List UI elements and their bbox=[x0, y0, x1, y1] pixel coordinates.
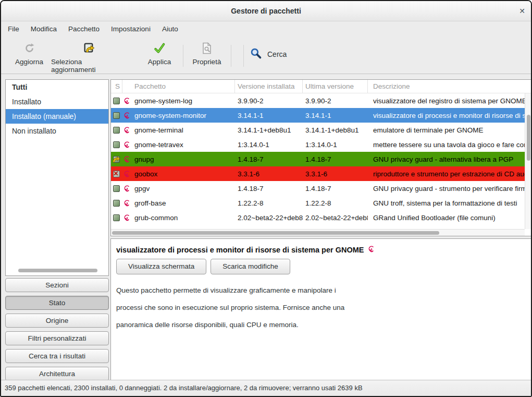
column-header-pacchetto[interactable]: Pacchetto bbox=[131, 80, 235, 93]
menu-item-file[interactable]: File bbox=[8, 25, 19, 33]
supported-cell bbox=[122, 214, 131, 221]
supported-cell bbox=[122, 126, 131, 134]
package-description: Questo pacchetto permette di visualizzar… bbox=[116, 282, 526, 333]
column-header-ultima-versione[interactable]: Ultima versione bbox=[303, 80, 368, 93]
column-header-descrizione[interactable]: Descrizione bbox=[368, 80, 531, 93]
latest-version-cell: 3.14.1-1+deb8u1 bbox=[303, 126, 368, 134]
debian-swirl-icon bbox=[123, 141, 130, 148]
description-cell: GNU privacy guard - alternativa libera a… bbox=[368, 155, 525, 163]
properties-button[interactable]: Proprietà bbox=[187, 41, 227, 66]
vertical-scrollbar[interactable] bbox=[525, 93, 531, 229]
status-cell bbox=[111, 112, 122, 119]
installed-version-cell: 3.9.90-2 bbox=[235, 97, 303, 105]
installed-status-icon bbox=[113, 127, 120, 134]
table-row-gnupg[interactable]: gnupg 1.4.18-7 1.4.18-7 GNU privacy guar… bbox=[111, 152, 525, 166]
detail-buttons: Visualizza schermata Scarica modifiche bbox=[116, 259, 526, 274]
menu-item-impostazioni[interactable]: Impostazioni bbox=[111, 25, 151, 33]
horizontal-scrollbar-thumb[interactable] bbox=[112, 231, 439, 235]
description-cell: visualizzatore di processi e monitor di … bbox=[368, 112, 525, 119]
table-row-gpgv[interactable]: gpgv 1.4.18-7 1.4.18-7 GNU privacy guard… bbox=[111, 181, 525, 196]
search-icon bbox=[250, 47, 263, 62]
menu-item-modifica[interactable]: Modifica bbox=[31, 25, 57, 33]
installed-version-cell: 3.14.1-1+deb8u1 bbox=[235, 126, 303, 134]
filter-button-filtri-personalizzati[interactable]: Filtri personalizzati bbox=[5, 331, 109, 345]
debian-swirl-icon bbox=[367, 245, 375, 252]
refresh-button[interactable]: Aggiorna bbox=[9, 41, 49, 66]
filter-button-architettura[interactable]: Architettura bbox=[5, 367, 109, 381]
column-header-s[interactable]: S bbox=[111, 80, 122, 93]
installed-version-cell: 1.4.18-7 bbox=[235, 185, 303, 193]
search-label: Cerca bbox=[267, 50, 287, 58]
supported-cell bbox=[122, 170, 131, 177]
table-row-gnome-terminal[interactable]: gnome-terminal 3.14.1-1+deb8u1 3.14.1-1+… bbox=[111, 123, 525, 137]
filter-button-origine[interactable]: Origine bbox=[5, 314, 109, 328]
description-cell: mettere tessere su una tavola da gioco e… bbox=[368, 141, 525, 149]
reinstall-arrow-icon bbox=[112, 155, 120, 163]
table-row-goobox[interactable]: goobox 3.3.1-6 3.3.1-6 riproduttore e st… bbox=[111, 166, 525, 181]
package-name-cell: groff-base bbox=[131, 199, 235, 207]
mark-upgrades-icon bbox=[82, 41, 95, 55]
description-line: panoramica delle risorse disponibili, qu… bbox=[116, 316, 526, 333]
table-row-gnome-system-monitor[interactable]: gnome-system-monitor 3.14.1-1 3.14.1-1 v… bbox=[111, 108, 525, 123]
table-row-gnome-system-log[interactable]: gnome-system-log 3.9.90-2 3.9.90-2 visua… bbox=[111, 93, 525, 108]
mark-upgrades-button[interactable]: Seleziona aggiornamenti bbox=[51, 41, 126, 74]
main-area: TuttiInstallatoInstallato (manuale)Non i… bbox=[1, 75, 531, 380]
horizontal-scrollbar[interactable] bbox=[111, 229, 525, 236]
latest-version-cell: 1:3.14.0-1 bbox=[303, 141, 368, 149]
filter-item-installato[interactable]: Installato bbox=[6, 94, 108, 109]
latest-version-cell: 3.9.90-2 bbox=[303, 97, 368, 105]
package-summary-title: visualizzatore di processi e monitor di … bbox=[116, 245, 526, 254]
toolbar: Aggiorna Seleziona aggiornamenti Appli bbox=[1, 37, 531, 74]
refresh-label: Aggiorna bbox=[15, 58, 43, 66]
menu-item-aiuto[interactable]: Aiuto bbox=[162, 25, 178, 33]
column-header-blank[interactable] bbox=[122, 80, 131, 93]
supported-cell bbox=[122, 141, 131, 148]
table-row-grub-common[interactable]: grub-common 2.02~beta2-22+deb8u1 2.02~be… bbox=[111, 210, 525, 225]
filter-item-non-installato[interactable]: Non installato bbox=[6, 124, 108, 138]
vertical-scrollbar-thumb[interactable] bbox=[527, 115, 530, 161]
reinstall-status-icon bbox=[113, 156, 120, 163]
description-cell: riproduttore e strumento per estrazione … bbox=[368, 170, 525, 178]
installed-status-icon bbox=[113, 141, 120, 148]
filter-button-stato[interactable]: Stato bbox=[5, 296, 109, 310]
menu-item-pacchetto[interactable]: Pacchetto bbox=[68, 25, 100, 33]
description-line: processi che sono in esecuzione sul prop… bbox=[116, 299, 526, 316]
status-cell bbox=[111, 141, 122, 149]
supported-cell bbox=[122, 199, 131, 207]
get-changelog-button[interactable]: Scarica modifiche bbox=[211, 259, 290, 274]
menubar: FileModificaPacchettoImpostazioniAiuto bbox=[1, 21, 531, 37]
table-row-groff-base[interactable]: groff-base 1.22.2-8 1.22.2-8 GNU troff, … bbox=[111, 196, 525, 210]
filter-item-installato-manuale[interactable]: Installato (manuale) bbox=[6, 109, 108, 124]
table-row-gnome-tetravex[interactable]: gnome-tetravex 1:3.14.0-1 1:3.14.0-1 met… bbox=[111, 137, 525, 152]
close-icon[interactable]: ✕ bbox=[519, 1, 525, 21]
filter-item-tutti[interactable]: Tutti bbox=[6, 80, 108, 94]
installed-version-cell: 2.02~beta2-22+deb8u1 bbox=[235, 214, 303, 222]
description-cell: GNU troff, sistema per la formattazione … bbox=[368, 199, 525, 207]
synaptic-window: Gestore di pacchetti ✕ FileModificaPacch… bbox=[0, 0, 532, 397]
column-header-versione-installata[interactable]: Versione installata bbox=[235, 80, 303, 93]
apply-check-icon bbox=[153, 41, 166, 55]
debian-swirl-icon bbox=[123, 155, 130, 163]
table-body: gnome-system-log 3.9.90-2 3.9.90-2 visua… bbox=[111, 93, 525, 229]
description-cell: GNU privacy guard - strumento per verifi… bbox=[368, 185, 525, 193]
statusbar: 359 pacchetti elencati, 2300 installati,… bbox=[1, 380, 531, 396]
filter-button-cerca-tra-i-risultati[interactable]: Cerca tra i risultati bbox=[5, 349, 109, 363]
apply-button[interactable]: Applica bbox=[140, 41, 179, 66]
filter-list-hscrollbar-thumb[interactable] bbox=[18, 269, 97, 272]
window-title: Gestore di pacchetti bbox=[1, 1, 531, 21]
debian-swirl-icon bbox=[123, 214, 130, 221]
search-button[interactable]: Cerca bbox=[250, 47, 287, 62]
package-name-cell: gnome-system-log bbox=[131, 97, 235, 105]
titlebar[interactable]: Gestore di pacchetti ✕ bbox=[1, 1, 531, 21]
status-cell bbox=[111, 185, 122, 193]
installed-status-icon bbox=[113, 112, 120, 119]
installed-version-cell: 1.4.18-7 bbox=[235, 155, 303, 163]
installed-version-cell: 3.3.1-6 bbox=[235, 170, 303, 178]
get-screenshot-button[interactable]: Visualizza schermata bbox=[116, 259, 206, 274]
table-row-grub-pc[interactable]: grub-pc 2.02~beta2-22+deb8u1 2.02~beta2-… bbox=[111, 225, 525, 229]
installed-version-cell: 1:3.14.0-1 bbox=[235, 141, 303, 149]
package-name-cell: gnome-tetravex bbox=[131, 141, 235, 149]
description-cell: emulatore di terminale per GNOME bbox=[368, 126, 525, 134]
status-cell bbox=[111, 199, 122, 207]
filter-button-sezioni[interactable]: Sezioni bbox=[5, 278, 109, 292]
